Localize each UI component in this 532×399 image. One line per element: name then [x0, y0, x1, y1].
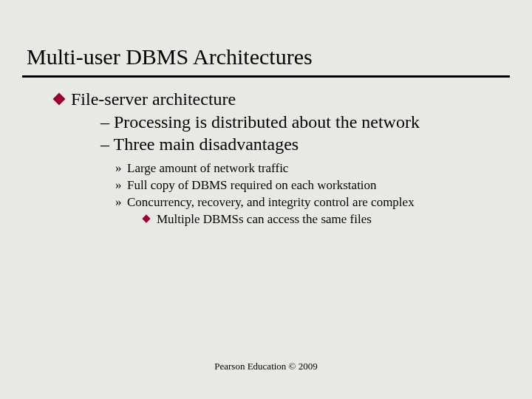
- slide-content: File-server architecture – Processing is…: [0, 78, 532, 228]
- bullet-text: Multiple DBMSs can access the same files: [157, 212, 372, 226]
- slide-title: Multi-user DBMS Architectures: [27, 44, 532, 69]
- bullet-level-3: Full copy of DBMS required on each works…: [115, 177, 502, 194]
- slide: Multi-user DBMS Architectures File-serve…: [0, 0, 532, 399]
- bullet-level-2: – Three main disadvantages: [100, 133, 502, 156]
- bullet-level-3: Concurrency, recovery, and integrity con…: [115, 194, 502, 211]
- title-area: Multi-user DBMS Architectures: [0, 0, 532, 69]
- diamond-icon: [53, 93, 66, 106]
- bullet-level-1: File-server architecture – Processing is…: [55, 88, 502, 228]
- bullet-level-2: – Processing is distributed about the ne…: [100, 111, 502, 134]
- bullet-level-4: Multiple DBMSs can access the same files: [115, 211, 502, 228]
- bullet-level-2-group: – Processing is distributed about the ne…: [71, 111, 502, 156]
- bullet-level-3: Large amount of network traffic: [115, 160, 502, 177]
- diamond-icon: [142, 214, 150, 222]
- bullet-text: File-server architecture: [71, 89, 236, 109]
- slide-footer: Pearson Education © 2009: [0, 361, 532, 372]
- bullet-level-3-group: Large amount of network traffic Full cop…: [71, 156, 502, 228]
